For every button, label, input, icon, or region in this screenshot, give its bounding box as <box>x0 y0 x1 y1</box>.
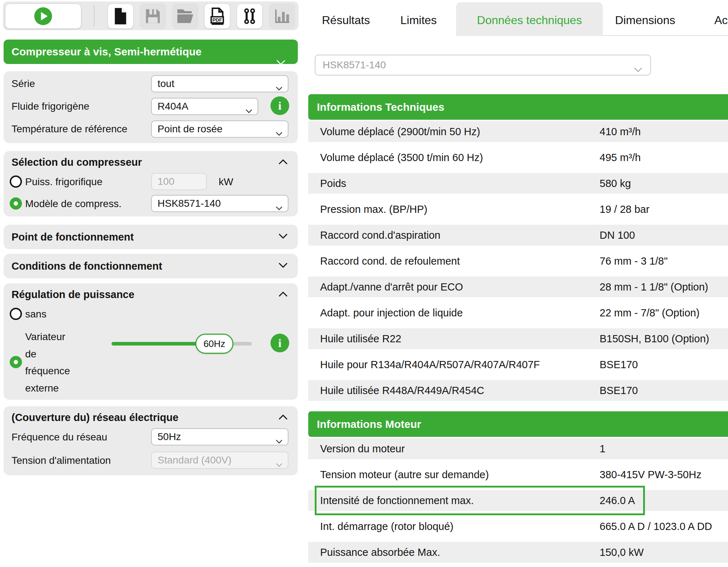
section-title: (Couverture du) réseau électrique <box>12 411 178 424</box>
toolbar-separator <box>94 5 95 27</box>
model-label: Modèle de compress. <box>25 198 122 210</box>
filters-panel: Série tout Fluide frigorigène R404A i Te… <box>4 71 298 143</box>
chevron-down-icon <box>278 262 288 270</box>
table-row-highlighted: Intensité de fonctionnement max. 246.0 A <box>308 490 728 511</box>
play-icon <box>33 6 53 26</box>
table-row: Huile pour R134a/R404A/R507A/R407A/R407F… <box>308 354 728 375</box>
table-row: Huile utilisée R448A/R449A/R454C BSE170 <box>308 380 728 401</box>
bar-chart-button[interactable] <box>269 4 295 29</box>
refrigerant-select[interactable]: R404A <box>151 98 258 115</box>
capacity-control-panel: Régulation de puissance sans Variateur d… <box>4 283 298 400</box>
network-frequency-label: Fréquence du réseau <box>12 431 107 443</box>
section-title: Sélection du compresseur <box>12 156 142 168</box>
compressor-model-select[interactable]: HSK8571-140 <box>315 55 651 76</box>
chevron-down-icon <box>634 63 642 75</box>
bar-chart-icon <box>274 9 290 24</box>
table-row: Adapt. pour injection de liquide 22 mm -… <box>308 302 728 323</box>
chevron-down-icon <box>276 82 283 93</box>
compare-icon <box>242 8 257 25</box>
table-row: Puissance absorbée Max. 150,0 kW <box>308 542 728 563</box>
table-row: Raccord cond.d'aspiration DN 100 <box>308 225 728 246</box>
table-row: Poids 580 kg <box>308 173 728 194</box>
chevron-down-icon <box>276 127 283 139</box>
table-row: Pression max. (BP/HP) 19 / 28 bar <box>308 199 728 220</box>
app-window: PDF Compresseur à vis, Semi-hermétique <box>0 0 728 567</box>
save-button[interactable] <box>140 4 166 29</box>
chevron-down-icon <box>276 435 283 447</box>
supply-voltage-select: Standard (400V) <box>151 452 288 469</box>
category-label: Compresseur à vis, Semi-hermétique <box>12 46 202 58</box>
open-folder-icon <box>177 9 194 24</box>
category-header[interactable]: Compresseur à vis, Semi-hermétique <box>4 40 298 64</box>
section-header-informations-moteur: Informations Moteur <box>308 411 728 437</box>
tab-accessoires[interactable]: Accessoires <box>714 13 728 27</box>
tab-resultats[interactable]: Résultats <box>322 13 370 27</box>
chevron-up-icon[interactable] <box>278 159 288 166</box>
pdf-export-icon: PDF <box>209 7 225 26</box>
reference-temp-label: Température de référence <box>12 123 127 135</box>
info-icon[interactable]: i <box>270 96 289 115</box>
serie-label: Série <box>12 78 35 90</box>
table-row: Huile utilisée R22 B150SH, B100 (Option) <box>308 328 728 349</box>
frequency-slider-fill <box>112 342 199 346</box>
chevron-down-icon <box>276 458 283 470</box>
cooling-capacity-radio[interactable] <box>10 175 22 188</box>
model-radio[interactable] <box>10 197 22 210</box>
toolbar: PDF <box>3 1 299 30</box>
new-document-icon <box>113 7 128 25</box>
table-row: Version du moteur 1 <box>308 438 728 459</box>
chevron-down-icon <box>276 202 283 213</box>
capacity-none-radio[interactable] <box>10 308 22 320</box>
network-frequency-select[interactable]: 50Hz <box>151 428 288 445</box>
section-title: Point de fonctionnement <box>12 231 134 243</box>
chevron-down-icon <box>276 49 286 74</box>
tab-dimensions[interactable]: Dimensions <box>615 13 675 27</box>
tab-donnees-techniques[interactable]: Données techniques <box>456 13 603 27</box>
tab-bar: Résultats Limites Données techniques Dim… <box>302 0 728 36</box>
serie-select[interactable]: tout <box>151 75 288 92</box>
tab-underline <box>603 35 728 36</box>
frequency-slider-handle[interactable]: 60Hz <box>195 334 233 354</box>
cooling-capacity-label: Puiss. frigorifique <box>25 176 103 188</box>
section-title: Conditions de fonctionnement <box>12 260 162 272</box>
save-icon <box>145 8 161 24</box>
compare-button[interactable] <box>237 4 263 29</box>
refrigerant-label: Fluide frigorigène <box>12 101 89 112</box>
vfd-radio[interactable] <box>10 356 22 368</box>
table-row: Volume déplacé (3500 t/min 60 Hz) 495 m³… <box>308 147 728 168</box>
open-folder-button[interactable] <box>172 4 198 29</box>
table-row: Volume déplacé (2900t/min 50 Hz) 410 m³/… <box>308 121 728 142</box>
table-row: Raccord cond. de refoulement 76 mm - 3 1… <box>308 251 728 271</box>
chevron-down-icon <box>245 105 252 116</box>
capacity-none-label: sans <box>25 308 46 320</box>
cooling-capacity-unit: kW <box>219 176 233 188</box>
vfd-label: Variateur de fréquence externe <box>25 328 79 397</box>
cooling-capacity-input[interactable]: 100 <box>151 173 207 190</box>
table-row: Tension moteur (autre sur demande) 380-4… <box>308 464 728 485</box>
supply-voltage-label: Tension d'alimentation <box>12 455 111 466</box>
chevron-down-icon <box>278 233 288 241</box>
section-header-informations-techniques: Informations Techniques <box>308 94 728 120</box>
table-row: Int. démarrage (rotor bloqué) 665.0 A D … <box>308 516 728 537</box>
tab-limites[interactable]: Limites <box>400 13 437 27</box>
operating-point-panel[interactable]: Point de fonctionnement <box>4 225 298 249</box>
table-row: Adapt./vanne d'arrêt pour ECO 28 mm - 1 … <box>308 276 728 297</box>
info-icon[interactable]: i <box>270 334 289 352</box>
reference-temp-select[interactable]: Point de rosée <box>151 120 288 138</box>
pdf-export-button[interactable]: PDF <box>204 4 230 29</box>
power-supply-panel: (Couverture du) réseau électrique Fréque… <box>4 406 298 475</box>
model-select-sidebar[interactable]: HSK8571-140 <box>151 195 288 212</box>
svg-text:PDF: PDF <box>212 17 222 23</box>
operating-conditions-panel[interactable]: Conditions de fonctionnement <box>4 254 298 278</box>
calculate-button[interactable] <box>5 4 81 29</box>
chevron-up-icon[interactable] <box>278 414 288 421</box>
new-document-button[interactable] <box>108 4 133 29</box>
chevron-up-icon[interactable] <box>278 291 288 298</box>
compressor-selection-panel: Sélection du compresseur Puiss. frigorif… <box>4 151 298 216</box>
section-title: Régulation de puissance <box>12 288 135 301</box>
